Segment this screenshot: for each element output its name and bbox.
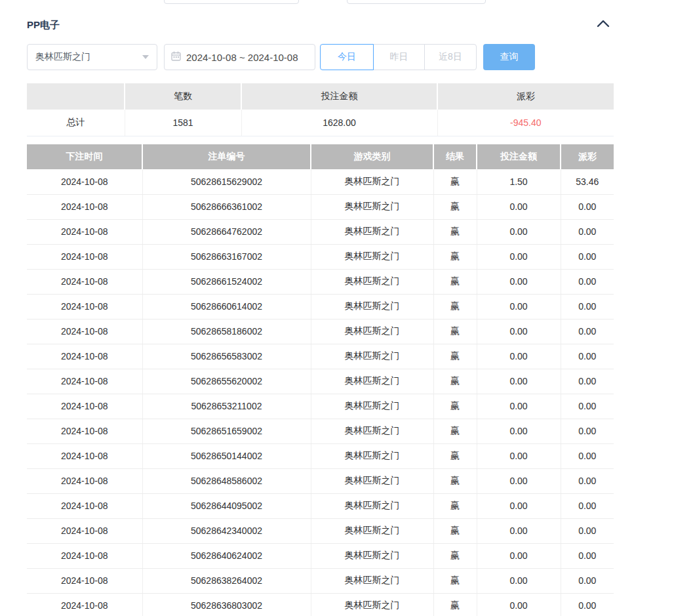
table-cell: 50628660614002 xyxy=(142,294,311,319)
table-cell: 0.00 xyxy=(477,443,561,468)
table-row: 2024-10-0850628664762002奥林匹斯之门赢0.000.00 xyxy=(27,219,614,244)
table-cell: 50628640624002 xyxy=(142,543,311,568)
table-row: 2024-10-0850628638264002奥林匹斯之门赢0.000.00 xyxy=(27,568,614,593)
table-cell: 0.00 xyxy=(477,344,561,369)
table-row: 2024-10-0850628648586002奥林匹斯之门赢0.000.00 xyxy=(27,468,614,493)
table-cell: 2024-10-08 xyxy=(27,169,142,194)
summary-total-payout: -945.40 xyxy=(437,110,614,136)
table-cell: 赢 xyxy=(433,194,477,219)
table-cell: 0.00 xyxy=(561,419,614,443)
table-row: 2024-10-0850628644095002奥林匹斯之门赢0.000.00 xyxy=(27,493,614,518)
table-row: 2024-10-0850628661524002奥林匹斯之门赢0.000.00 xyxy=(27,269,614,294)
table-cell: 0.00 xyxy=(477,593,561,616)
table-cell: 奥林匹斯之门 xyxy=(311,518,433,543)
table-cell: 奥林匹斯之门 xyxy=(311,369,433,394)
table-cell: 0.00 xyxy=(561,394,614,419)
query-button[interactable]: 查询 xyxy=(483,44,535,70)
table-cell: 0.00 xyxy=(561,194,614,219)
table-cell: 赢 xyxy=(433,319,477,344)
summary-total-count: 1581 xyxy=(125,110,241,136)
table-cell: 0.00 xyxy=(561,468,614,493)
table-cell: 奥林匹斯之门 xyxy=(311,344,433,369)
table-cell: 50628658186002 xyxy=(142,319,311,344)
table-cell: 50628650144002 xyxy=(142,443,311,468)
table-cell: 2024-10-08 xyxy=(27,344,142,369)
table-cell: 0.00 xyxy=(477,294,561,319)
chevron-down-icon xyxy=(142,55,149,59)
bets-column-header: 投注金额 xyxy=(477,144,561,169)
table-cell: 53.46 xyxy=(561,169,614,194)
partial-input-top-left[interactable] xyxy=(164,0,299,4)
table-cell: 赢 xyxy=(433,543,477,568)
table-cell: 赢 xyxy=(433,493,477,518)
table-cell: 2024-10-08 xyxy=(27,593,142,616)
table-cell: 2024-10-08 xyxy=(27,269,142,294)
table-row: 2024-10-0850628653211002奥林匹斯之门赢0.000.00 xyxy=(27,394,614,419)
table-cell: 奥林匹斯之门 xyxy=(311,219,433,244)
table-cell: 赢 xyxy=(433,269,477,294)
table-cell: 奥林匹斯之门 xyxy=(311,543,433,568)
table-cell: 赢 xyxy=(433,244,477,269)
bets-column-header: 游戏类别 xyxy=(311,144,433,169)
today-button[interactable]: 今日 xyxy=(320,44,374,70)
partial-input-top-right[interactable] xyxy=(347,0,486,4)
game-select-value: 奥林匹斯之门 xyxy=(35,51,142,63)
summary-total-label: 总计 xyxy=(27,110,125,136)
table-cell: 赢 xyxy=(433,468,477,493)
table-cell: 2024-10-08 xyxy=(27,543,142,568)
bets-column-header: 注单编号 xyxy=(142,144,311,169)
table-cell: 2024-10-08 xyxy=(27,493,142,518)
table-cell: 0.00 xyxy=(477,219,561,244)
table-row: 2024-10-0850628640624002奥林匹斯之门赢0.000.00 xyxy=(27,543,614,568)
summary-table: 笔数 投注金额 派彩 总计 1581 1628.00 -945.40 xyxy=(27,83,614,136)
summary-total-row: 总计 1581 1628.00 -945.40 xyxy=(27,110,614,136)
table-row: 2024-10-0850628656583002奥林匹斯之门赢0.000.00 xyxy=(27,344,614,369)
bets-column-header: 下注时间 xyxy=(27,144,142,169)
table-cell: 2024-10-08 xyxy=(27,194,142,219)
table-cell: 0.00 xyxy=(561,219,614,244)
table-row: 2024-10-0850628615629002奥林匹斯之门赢1.5053.46 xyxy=(27,169,614,194)
date-range-input[interactable]: 2024-10-08 ~ 2024-10-08 xyxy=(164,44,315,70)
table-row: 2024-10-0850628660614002奥林匹斯之门赢0.000.00 xyxy=(27,294,614,319)
table-cell: 奥林匹斯之门 xyxy=(311,244,433,269)
game-select[interactable]: 奥林匹斯之门 xyxy=(27,44,157,70)
table-row: 2024-10-0850628636803002奥林匹斯之门赢0.000.00 xyxy=(27,593,614,616)
table-cell: 50628636803002 xyxy=(142,593,311,616)
table-cell: 0.00 xyxy=(477,244,561,269)
table-cell: 50628642340002 xyxy=(142,518,311,543)
table-cell: 50628638264002 xyxy=(142,568,311,593)
table-cell: 0.00 xyxy=(477,468,561,493)
table-cell: 奥林匹斯之门 xyxy=(311,568,433,593)
table-cell: 2024-10-08 xyxy=(27,319,142,344)
table-cell: 0.00 xyxy=(477,419,561,443)
table-cell: 2024-10-08 xyxy=(27,419,142,443)
table-cell: 50628648586002 xyxy=(142,468,311,493)
table-cell: 0.00 xyxy=(477,493,561,518)
table-cell: 奥林匹斯之门 xyxy=(311,593,433,616)
table-cell: 0.00 xyxy=(477,319,561,344)
table-cell: 赢 xyxy=(433,568,477,593)
bets-table: 下注时间注单编号游戏类别结果投注金额派彩 2024-10-08506286156… xyxy=(27,144,614,616)
yesterday-button[interactable]: 昨日 xyxy=(373,44,425,70)
table-cell: 50628661524002 xyxy=(142,269,311,294)
table-cell: 赢 xyxy=(433,344,477,369)
table-cell: 赢 xyxy=(433,294,477,319)
date-range-value: 2024-10-08 ~ 2024-10-08 xyxy=(186,52,298,63)
table-cell: 50628663167002 xyxy=(142,244,311,269)
table-cell: 赢 xyxy=(433,219,477,244)
table-row: 2024-10-0850628650144002奥林匹斯之门赢0.000.00 xyxy=(27,443,614,468)
last-8-days-button[interactable]: 近8日 xyxy=(424,44,477,70)
chevron-up-icon xyxy=(595,21,611,31)
table-cell: 2024-10-08 xyxy=(27,468,142,493)
bets-header-row: 下注时间注单编号游戏类别结果投注金额派彩 xyxy=(27,144,614,169)
table-cell: 奥林匹斯之门 xyxy=(311,194,433,219)
table-cell: 2024-10-08 xyxy=(27,219,142,244)
section-title: PP电子 xyxy=(27,19,60,31)
table-cell: 50628615629002 xyxy=(142,169,311,194)
collapse-section-button[interactable] xyxy=(594,17,612,31)
table-row: 2024-10-0850628642340002奥林匹斯之门赢0.000.00 xyxy=(27,518,614,543)
table-cell: 0.00 xyxy=(561,443,614,468)
table-cell: 2024-10-08 xyxy=(27,443,142,468)
summary-header-row: 笔数 投注金额 派彩 xyxy=(27,83,614,110)
table-cell: 0.00 xyxy=(561,518,614,543)
